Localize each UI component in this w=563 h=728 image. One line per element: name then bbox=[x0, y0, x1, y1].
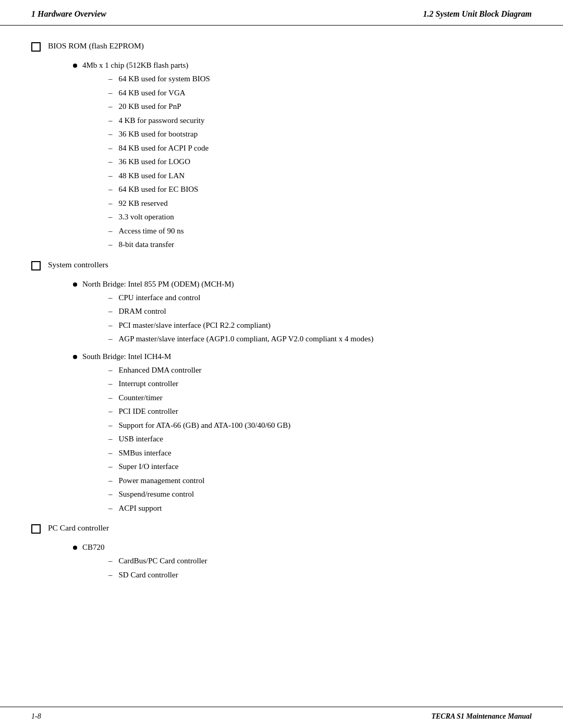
section-item: System controllers bbox=[31, 260, 532, 270]
bullet-icon bbox=[73, 546, 77, 550]
section-item: PC Card controller bbox=[31, 523, 532, 534]
dash-icon: – bbox=[108, 419, 113, 431]
level3-text: ACPI support bbox=[119, 502, 162, 514]
level3-item: –PCI IDE controller bbox=[108, 405, 290, 417]
level2-content: North Bridge: Intel 855 PM (ODEM) (MCH-M… bbox=[82, 280, 373, 348]
level2-item: South Bridge: Intel ICH4-M–Enhanced DMA … bbox=[73, 352, 532, 517]
level3-item: –4 KB for password security bbox=[108, 115, 210, 127]
level2-list: 4Mb x 1 chip (512KB flash parts)–64 KB u… bbox=[73, 61, 532, 254]
dash-icon: – bbox=[108, 128, 113, 140]
level3-text: 64 KB used for system BIOS bbox=[119, 73, 210, 85]
level3-item: –64 KB used for system BIOS bbox=[108, 73, 210, 85]
level3-text: 84 KB used for ACPI P code bbox=[119, 142, 209, 154]
level3-text: Suspend/resume control bbox=[119, 488, 194, 500]
dash-icon: – bbox=[108, 115, 113, 127]
header-right: 1.2 System Unit Block Diagram bbox=[423, 9, 532, 19]
level3-text: USB interface bbox=[119, 433, 163, 445]
level3-item: –USB interface bbox=[108, 433, 290, 445]
page-header: 1 Hardware Overview 1.2 System Unit Bloc… bbox=[0, 0, 563, 26]
level2-text: 4Mb x 1 chip (512KB flash parts) bbox=[82, 61, 188, 69]
level3-item: –36 KB used for LOGO bbox=[108, 156, 210, 168]
level3-item: –92 KB reserved bbox=[108, 198, 210, 209]
level3-text: CPU interface and control bbox=[119, 292, 201, 304]
level3-item: –Counter/timer bbox=[108, 392, 290, 404]
dash-icon: – bbox=[108, 101, 113, 113]
dash-icon: – bbox=[108, 87, 113, 99]
level3-list: –64 KB used for system BIOS–64 KB used f… bbox=[108, 73, 210, 251]
page: 1 Hardware Overview 1.2 System Unit Bloc… bbox=[0, 0, 563, 728]
level3-text: DRAM control bbox=[119, 305, 166, 317]
dash-icon: – bbox=[108, 392, 113, 404]
level3-item: –64 KB used for VGA bbox=[108, 87, 210, 99]
page-footer: 1-8 TECRA S1 Maintenance Manual bbox=[0, 707, 563, 728]
level3-item: –SMBus interface bbox=[108, 447, 290, 459]
checkbox-icon bbox=[31, 524, 41, 534]
level3-item: –CardBus/PC Card controller bbox=[108, 555, 207, 567]
level2-item: CB720–CardBus/PC Card controller–SD Card… bbox=[73, 543, 532, 584]
level3-text: Interrupt controller bbox=[119, 378, 179, 390]
level3-text: Super I/O interface bbox=[119, 461, 179, 473]
level2-content: CB720–CardBus/PC Card controller–SD Card… bbox=[82, 543, 207, 584]
level3-item: –Interrupt controller bbox=[108, 378, 290, 390]
dash-icon: – bbox=[108, 461, 113, 473]
dash-icon: – bbox=[108, 488, 113, 500]
level3-list: –Enhanced DMA controller–Interrupt contr… bbox=[108, 364, 290, 514]
level3-text: SMBus interface bbox=[119, 447, 172, 459]
dash-icon: – bbox=[108, 433, 113, 445]
dash-icon: – bbox=[108, 569, 113, 581]
level3-item: –DRAM control bbox=[108, 305, 373, 317]
section-system-controllers: System controllersNorth Bridge: Intel 85… bbox=[31, 260, 532, 517]
section-title: System controllers bbox=[48, 260, 108, 269]
level3-text: 36 KB used for LOGO bbox=[119, 156, 190, 168]
level3-item: –Suspend/resume control bbox=[108, 488, 290, 500]
dash-icon: – bbox=[108, 405, 113, 417]
dash-icon: – bbox=[108, 211, 113, 223]
level3-item: –Support for ATA-66 (GB) and ATA-100 (30… bbox=[108, 419, 290, 431]
level3-text: 92 KB reserved bbox=[119, 198, 168, 209]
level3-text: Counter/timer bbox=[119, 392, 163, 404]
level3-text: 8-bit data transfer bbox=[119, 239, 175, 251]
level3-item: –3.3 volt operation bbox=[108, 211, 210, 223]
level3-text: 64 KB used for EC BIOS bbox=[119, 183, 199, 195]
footer-page-number: 1-8 bbox=[31, 712, 41, 721]
dash-icon: – bbox=[108, 555, 113, 567]
level3-text: 3.3 volt operation bbox=[119, 211, 174, 223]
dash-icon: – bbox=[108, 475, 113, 487]
dash-icon: – bbox=[108, 292, 113, 304]
footer-title: TECRA S1 Maintenance Manual bbox=[431, 712, 532, 721]
dash-icon: – bbox=[108, 305, 113, 317]
dash-icon: – bbox=[108, 73, 113, 85]
level3-text: CardBus/PC Card controller bbox=[119, 555, 207, 567]
level2-text: South Bridge: Intel ICH4-M bbox=[82, 352, 171, 361]
checkbox-icon bbox=[31, 261, 41, 270]
level3-item: –ACPI support bbox=[108, 502, 290, 514]
level2-item: North Bridge: Intel 855 PM (ODEM) (MCH-M… bbox=[73, 280, 532, 348]
level3-list: –CPU interface and control–DRAM control–… bbox=[108, 292, 373, 345]
level3-text: Enhanced DMA controller bbox=[119, 364, 202, 376]
checkbox-icon bbox=[31, 42, 41, 52]
level2-list: CB720–CardBus/PC Card controller–SD Card… bbox=[73, 543, 532, 584]
dash-icon: – bbox=[108, 170, 113, 182]
level2-list: North Bridge: Intel 855 PM (ODEM) (MCH-M… bbox=[73, 280, 532, 517]
bullet-icon bbox=[73, 355, 77, 359]
dash-icon: – bbox=[108, 502, 113, 514]
header-left: 1 Hardware Overview bbox=[31, 9, 106, 19]
level3-item: –8-bit data transfer bbox=[108, 239, 210, 251]
level3-text: Power management control bbox=[119, 475, 205, 487]
level3-item: –Enhanced DMA controller bbox=[108, 364, 290, 376]
dash-icon: – bbox=[108, 198, 113, 209]
level3-item: –36 KB used for bootstrap bbox=[108, 128, 210, 140]
content-area: BIOS ROM (flash E2PROM)4Mb x 1 chip (512… bbox=[0, 31, 563, 632]
level3-item: –PCI master/slave interface (PCI R2.2 co… bbox=[108, 319, 373, 331]
level2-text: CB720 bbox=[82, 543, 105, 551]
level3-item: –CPU interface and control bbox=[108, 292, 373, 304]
level3-item: –20 KB used for PnP bbox=[108, 101, 210, 113]
level3-list: –CardBus/PC Card controller–SD Card cont… bbox=[108, 555, 207, 581]
level3-text: 36 KB used for bootstrap bbox=[119, 128, 198, 140]
section-title: BIOS ROM (flash E2PROM) bbox=[48, 41, 144, 51]
section-bios-rom: BIOS ROM (flash E2PROM)4Mb x 1 chip (512… bbox=[31, 41, 532, 254]
level3-item: –64 KB used for EC BIOS bbox=[108, 183, 210, 195]
level3-text: Support for ATA-66 (GB) and ATA-100 (30/… bbox=[119, 419, 291, 431]
level3-text: 20 KB used for PnP bbox=[119, 101, 181, 113]
dash-icon: – bbox=[108, 225, 113, 237]
